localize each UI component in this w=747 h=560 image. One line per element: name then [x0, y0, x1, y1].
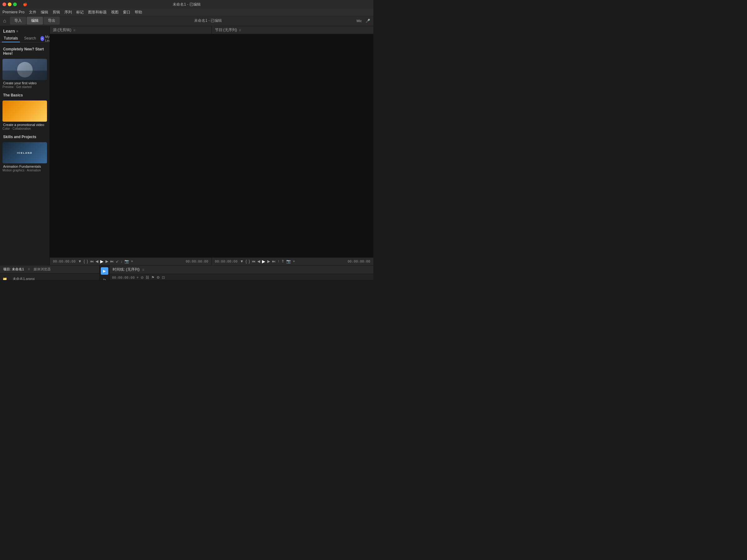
tab-media-browser[interactable]: 媒体浏览器	[33, 267, 51, 272]
source-insert[interactable]: ↙	[116, 259, 119, 263]
source-step-back[interactable]: ⏮	[90, 259, 94, 263]
program-timecode-left: 00:00:00:00	[215, 259, 238, 263]
program-lift[interactable]: ↑	[278, 259, 279, 263]
source-monitor: 源:(无剪辑) ≡ 00:00:00:00 ▼ { } ⏮ ◀ ▶ ▶ ⏭ ↙ …	[50, 26, 212, 265]
source-export-frame[interactable]: 📷	[125, 259, 129, 263]
project-panel-header: 项目: 未命名1 ≡ 媒体浏览器	[0, 265, 99, 274]
program-monitor: 节目:(无序列) ≡ 00:00:00:00 ▼ { } ⏮ ◀ ▶ ▶ ⏭ ↑…	[212, 26, 374, 265]
main-layout: Learn ≡ Tutorials Search A My Learning C…	[0, 26, 374, 265]
menu-file[interactable]: 文件	[29, 10, 36, 15]
source-monitor-body	[50, 34, 211, 257]
card-animation-meta: Motion graphics · Animation	[2, 169, 47, 173]
card-promo-video[interactable]: Create a promotional video Color · Colla…	[2, 101, 47, 131]
timeline-toolbar: 00:00:00:00 + ⊘ ⛓ ⚑ ⚙ ⊡	[109, 274, 374, 280]
my-learning-label: My Learning	[45, 35, 50, 42]
source-transport-controls: ▼ { } ⏮ ◀ ▶ ▶ ⏭ ↙ ↓ 📷 +	[78, 259, 133, 264]
project-panel-tabs: 项目: 未命名1 ≡ 媒体浏览器	[3, 267, 51, 272]
menu-view[interactable]: 视图	[111, 10, 119, 15]
program-play[interactable]: ▶	[262, 259, 265, 264]
menu-sequence[interactable]: 序列	[65, 10, 72, 15]
program-mark-in[interactable]: ▼	[240, 259, 243, 263]
tool-track-select-forward[interactable]: ⊳	[101, 276, 108, 280]
program-transport-controls: ▼ { } ⏮ ◀ ▶ ▶ ⏭ ↑ ⇑ 📷 +	[240, 259, 295, 264]
source-timecode-left: 00:00:00:00	[53, 259, 76, 263]
program-add[interactable]: +	[293, 259, 295, 263]
program-export-frame[interactable]: 📷	[286, 259, 291, 263]
source-play[interactable]: ▶	[100, 259, 104, 264]
source-mark-in[interactable]: ▼	[78, 259, 82, 263]
program-extract[interactable]: ⇑	[281, 259, 284, 263]
menu-graphics[interactable]: 图形和标题	[88, 10, 107, 15]
minimize-button[interactable]	[8, 2, 11, 6]
learn-menu-icon[interactable]: ≡	[16, 29, 18, 33]
fullscreen-button[interactable]	[13, 2, 17, 6]
source-step-frame-fwd[interactable]: ▶	[105, 259, 108, 263]
project-toolbar: 📁 未命名1.prproj	[0, 274, 99, 280]
mic-icon[interactable]: 🎤	[366, 19, 370, 23]
title-bar: 🍎 未命名1 - 已编辑	[0, 0, 374, 9]
program-timecode-right: 00:00:00:00	[347, 259, 370, 263]
menu-edit[interactable]: 编辑	[41, 10, 48, 15]
project-panel-menu-icon[interactable]: ≡	[28, 267, 30, 272]
card-animation-title: Animation Fundamentals	[2, 163, 47, 169]
menu-premiere[interactable]: Premiere Pro	[2, 10, 25, 14]
title-bar-icons: 🍎	[23, 2, 27, 6]
timeline-link-icon[interactable]: ⛓	[146, 275, 149, 280]
tab-search[interactable]: Search	[22, 35, 38, 42]
source-mark-bracket-out[interactable]: }	[87, 259, 88, 263]
learn-title: Learn	[3, 29, 15, 33]
source-mark-bracket-in[interactable]: {	[84, 259, 85, 263]
timeline-menu-icon[interactable]: ≡	[142, 268, 144, 272]
import-button[interactable]: 导入	[10, 17, 26, 25]
timeline-title: 时间线: (无序列)	[113, 267, 140, 272]
section-skills: Skills and Projects	[0, 133, 49, 140]
window-title: 未命名1 - 已编辑	[173, 2, 200, 7]
thumb-orange-image	[2, 101, 47, 122]
timeline-subtitle-icon[interactable]: ⊡	[162, 275, 165, 280]
program-monitor-footer: 00:00:00:00 ▼ { } ⏮ ◀ ▶ ▶ ⏭ ↑ ⇑ 📷 + 00:0…	[212, 257, 374, 265]
project-file-item[interactable]: 未命名1.prproj	[9, 275, 38, 280]
program-step-frame-fwd[interactable]: ▶	[267, 259, 270, 263]
menu-help[interactable]: 帮助	[135, 10, 142, 15]
tab-project[interactable]: 项目: 未命名1	[3, 267, 24, 272]
export-button[interactable]: 导出	[44, 17, 60, 25]
source-step-frame-back[interactable]: ◀	[96, 259, 98, 263]
menu-window[interactable]: 窗口	[123, 10, 130, 15]
learn-tabs: Tutorials Search A My Learning	[0, 35, 49, 43]
program-step-back[interactable]: ⏮	[252, 259, 255, 263]
traffic-lights	[2, 2, 17, 6]
timeline-snap-icon[interactable]: ⊘	[140, 275, 144, 280]
menu-marker[interactable]: 标记	[76, 10, 84, 15]
source-step-fwd[interactable]: ⏭	[110, 259, 114, 263]
card-promo-title: Create a promotional video	[2, 122, 47, 127]
card-first-video[interactable]: Create your first video Preview · Get st…	[2, 59, 47, 89]
home-button[interactable]: ⌂	[3, 18, 6, 24]
timeline-tools: ▶ ⊳ ⊞ ✂ ⟺ ✏ □ ✋ T	[100, 265, 109, 280]
tool-selection[interactable]: ▶	[101, 267, 108, 275]
mic-label: Mic	[357, 19, 362, 23]
source-monitor-menu-icon[interactable]: ≡	[73, 28, 75, 32]
program-monitor-title: 节目:(无序列)	[215, 27, 237, 33]
learn-header: Learn ≡	[0, 26, 49, 35]
program-mark-bracket-in[interactable]: {	[246, 259, 247, 263]
close-button[interactable]	[2, 2, 6, 6]
timeline-markers-icon[interactable]: ⚑	[151, 275, 155, 280]
card-animation[interactable]: Animation Fundamentals Motion graphics ·…	[2, 142, 47, 173]
card-first-video-meta: Preview · Get started	[2, 85, 47, 89]
source-overwrite[interactable]: ↓	[121, 259, 123, 263]
menu-clip[interactable]: 剪辑	[53, 10, 60, 15]
thumb-promo-video	[2, 101, 47, 122]
program-step-fwd[interactable]: ⏭	[272, 259, 276, 263]
my-learning-button[interactable]: A My Learning	[41, 35, 50, 42]
project-filename: 未命名1.prproj	[13, 277, 34, 280]
program-step-frame-back[interactable]: ◀	[257, 259, 260, 263]
source-add[interactable]: +	[131, 259, 133, 263]
card-promo-meta: Color · Collaboration	[2, 127, 47, 131]
timeline-settings-icon[interactable]: ⚙	[156, 275, 160, 280]
program-monitor-menu-icon[interactable]: ≡	[239, 28, 241, 32]
bottom-row: 项目: 未命名1 ≡ 媒体浏览器 📁 未命名1.prproj 🔍 ⊞ 0 项	[0, 265, 374, 280]
timeline-add-track-icon[interactable]: +	[136, 275, 139, 280]
tab-tutorials[interactable]: Tutorials	[2, 35, 20, 42]
edit-button[interactable]: 编辑	[27, 17, 43, 25]
program-mark-bracket-out[interactable]: }	[249, 259, 250, 263]
